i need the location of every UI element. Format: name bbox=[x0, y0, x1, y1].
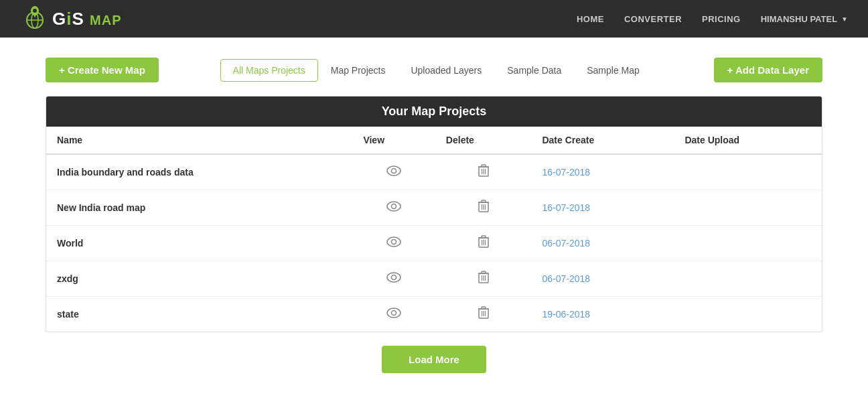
row-name: World bbox=[46, 226, 352, 261]
svg-point-38 bbox=[387, 308, 401, 318]
svg-point-31 bbox=[392, 275, 396, 279]
svg-point-23 bbox=[392, 239, 396, 244]
svg-rect-26 bbox=[482, 236, 486, 238]
tab-sample-data[interactable]: Sample Data bbox=[494, 59, 574, 82]
brand-logo[interactable]: GiS MAP bbox=[20, 4, 122, 33]
eye-icon[interactable] bbox=[386, 201, 401, 215]
row-view[interactable] bbox=[352, 154, 435, 190]
row-view[interactable] bbox=[352, 190, 435, 226]
svg-point-7 bbox=[392, 168, 396, 173]
user-menu[interactable]: HIMANSHU PATEL ▼ bbox=[761, 14, 848, 24]
svg-point-15 bbox=[392, 204, 396, 208]
table-header-row: Name View Delete Date Create Date Upload bbox=[46, 127, 822, 154]
row-name: India boundary and roads data bbox=[46, 154, 352, 190]
row-view[interactable] bbox=[352, 261, 435, 297]
svg-point-5 bbox=[33, 9, 37, 13]
row-view[interactable] bbox=[352, 226, 435, 261]
tab-all-maps[interactable]: All Maps Projects bbox=[220, 59, 318, 82]
trash-icon[interactable] bbox=[478, 306, 489, 322]
table-title: Your Map Projects bbox=[46, 96, 822, 127]
col-date-create: Date Create bbox=[531, 127, 674, 154]
nav-home[interactable]: HOME bbox=[577, 14, 604, 24]
nav-converter[interactable]: CONVERTER bbox=[624, 14, 682, 24]
svg-rect-34 bbox=[482, 271, 486, 273]
tabs-container: All Maps Projects Map Projects Uploaded … bbox=[220, 59, 652, 82]
table-section: Your Map Projects Name View Delete Date … bbox=[46, 96, 822, 332]
svg-point-14 bbox=[387, 202, 401, 211]
col-name: Name bbox=[46, 127, 352, 154]
table-row: World 06-07-2018 bbox=[46, 226, 822, 261]
trash-icon[interactable] bbox=[478, 200, 489, 216]
eye-icon[interactable] bbox=[386, 272, 401, 286]
main-content: + Create New Map All Maps Projects Map P… bbox=[32, 38, 836, 404]
projects-table: Name View Delete Date Create Date Upload… bbox=[46, 127, 822, 332]
row-date-upload bbox=[674, 226, 822, 261]
navbar: GiS MAP HOME CONVERTER PRICING HIMANSHU … bbox=[0, 0, 868, 38]
create-new-map-button[interactable]: + Create New Map bbox=[46, 58, 159, 82]
load-more-button[interactable]: Load More bbox=[382, 346, 486, 373]
svg-point-22 bbox=[387, 237, 401, 247]
row-delete[interactable] bbox=[435, 261, 532, 297]
row-date-create: 19-06-2018 bbox=[531, 297, 674, 332]
col-delete: Delete bbox=[435, 127, 532, 154]
row-date-upload bbox=[674, 261, 822, 297]
table-row: state 19-06-2018 bbox=[46, 297, 822, 332]
table-row: India boundary and roads data 16-07-2018 bbox=[46, 154, 822, 190]
add-data-layer-button[interactable]: + Add Data Layer bbox=[714, 58, 822, 82]
load-more-container: Load More bbox=[46, 332, 822, 387]
nav-links: HOME CONVERTER PRICING HIMANSHU PATEL ▼ bbox=[577, 13, 848, 24]
tab-map-projects[interactable]: Map Projects bbox=[318, 59, 399, 82]
action-bar: + Create New Map All Maps Projects Map P… bbox=[46, 58, 822, 82]
svg-rect-18 bbox=[482, 200, 486, 202]
row-date-create: 16-07-2018 bbox=[531, 190, 674, 226]
row-date-create: 16-07-2018 bbox=[531, 154, 674, 190]
eye-icon[interactable] bbox=[386, 237, 401, 251]
brand-text: GiS MAP bbox=[52, 9, 122, 29]
trash-icon[interactable] bbox=[478, 271, 489, 287]
row-delete[interactable] bbox=[435, 190, 532, 226]
col-view: View bbox=[352, 127, 435, 154]
row-name: state bbox=[46, 297, 352, 332]
table-row: zxdg 06-07-2018 bbox=[46, 261, 822, 297]
row-name: New India road map bbox=[46, 190, 352, 226]
svg-point-30 bbox=[387, 273, 401, 282]
table-row: New India road map 16-07-2018 bbox=[46, 190, 822, 226]
logo-icon bbox=[20, 4, 50, 33]
row-date-create: 06-07-2018 bbox=[531, 226, 674, 261]
user-name: HIMANSHU PATEL bbox=[761, 14, 837, 24]
tab-uploaded-layers[interactable]: Uploaded Layers bbox=[398, 59, 494, 82]
eye-icon[interactable] bbox=[386, 308, 401, 322]
eye-icon[interactable] bbox=[386, 165, 401, 180]
row-date-upload bbox=[674, 190, 822, 226]
row-delete[interactable] bbox=[435, 154, 532, 190]
chevron-down-icon: ▼ bbox=[841, 15, 848, 23]
trash-icon[interactable] bbox=[478, 164, 489, 180]
tab-sample-map[interactable]: Sample Map bbox=[574, 59, 652, 82]
row-date-create: 06-07-2018 bbox=[531, 261, 674, 297]
row-date-upload bbox=[674, 297, 822, 332]
row-delete[interactable] bbox=[435, 226, 532, 261]
trash-icon[interactable] bbox=[478, 235, 489, 251]
row-name: zxdg bbox=[46, 261, 352, 297]
svg-rect-42 bbox=[482, 307, 486, 309]
row-delete[interactable] bbox=[435, 297, 532, 332]
svg-rect-10 bbox=[482, 165, 486, 167]
svg-point-39 bbox=[392, 310, 396, 315]
nav-pricing[interactable]: PRICING bbox=[702, 14, 741, 24]
col-date-upload: Date Upload bbox=[674, 127, 822, 154]
svg-point-6 bbox=[387, 166, 401, 176]
row-date-upload bbox=[674, 154, 822, 190]
row-view[interactable] bbox=[352, 297, 435, 332]
